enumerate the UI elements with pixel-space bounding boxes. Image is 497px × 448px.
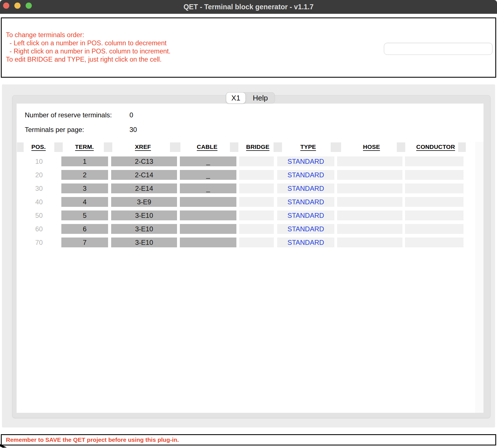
- cable-cell[interactable]: _: [180, 183, 236, 193]
- header-spacer: [331, 142, 341, 152]
- header-spacer: [230, 142, 238, 152]
- xref-cell[interactable]: 2-C13: [111, 156, 177, 166]
- table-row: 60 6 3-E10 STANDARD: [17, 224, 470, 234]
- hose-cell[interactable]: [337, 224, 402, 234]
- table-row: 10 1 2-C13 _ STANDARD: [17, 156, 470, 166]
- instructions-box: To change terminals order: - Left click …: [1, 17, 496, 78]
- hose-cell[interactable]: [337, 210, 402, 220]
- table-row: 40 4 3-E9 STANDARD: [17, 197, 470, 207]
- terminals-table: POS. TERM. XREF CABLE BRIDGE TYPE HOSE C…: [17, 142, 470, 251]
- hose-cell[interactable]: [337, 238, 402, 247]
- type-cell[interactable]: STANDARD: [277, 183, 334, 193]
- term-cell[interactable]: 4: [61, 197, 108, 207]
- column-header-bridge: BRIDGE: [246, 144, 270, 150]
- hose-cell[interactable]: [337, 197, 402, 207]
- column-header-xref: XREF: [135, 144, 151, 150]
- conductor-cell[interactable]: [405, 238, 464, 247]
- window-title: QET - Terminal block generator - v1.1.7: [0, 0, 497, 14]
- bridge-cell[interactable]: [239, 156, 274, 166]
- cable-cell[interactable]: [180, 210, 236, 220]
- cable-cell[interactable]: _: [180, 170, 236, 180]
- instruction-line: - Right click on a number in POS. column…: [6, 47, 171, 55]
- xref-cell[interactable]: 3-E10: [111, 210, 177, 220]
- tab-x1[interactable]: X1: [226, 92, 246, 104]
- column-header-cable: CABLE: [197, 144, 217, 150]
- xref-cell[interactable]: 2-E14: [111, 183, 177, 193]
- instruction-line: To change terminals order:: [6, 31, 171, 39]
- table-header-row: POS. TERM. XREF CABLE BRIDGE TYPE HOSE C…: [17, 142, 470, 152]
- instruction-line: To edit BRIDGE and TYPE, just right clic…: [6, 55, 171, 64]
- type-cell[interactable]: STANDARD: [277, 170, 334, 180]
- tab-content: Number of reserve terminals: 0 Terminals…: [17, 104, 483, 413]
- terminals-per-page-label: Terminals per page:: [25, 126, 84, 134]
- xref-cell[interactable]: 3-E9: [111, 197, 177, 207]
- app-window: QET - Terminal block generator - v1.1.7 …: [0, 0, 497, 448]
- title-bar: QET - Terminal block generator - v1.1.7: [0, 0, 497, 14]
- xref-cell[interactable]: 3-E10: [111, 224, 177, 234]
- conductor-cell[interactable]: [405, 170, 464, 180]
- hose-cell[interactable]: [337, 156, 402, 166]
- type-cell[interactable]: STANDARD: [277, 238, 334, 247]
- bridge-cell[interactable]: [239, 210, 274, 220]
- header-spacer: [397, 142, 405, 152]
- header-spacer: [17, 142, 24, 152]
- scrollbar-gutter: [475, 142, 483, 413]
- terminals-per-page-value: 30: [129, 126, 137, 134]
- mouse-cursor-icon: [0, 443, 8, 448]
- instructions-text: To change terminals order: - Left click …: [6, 31, 171, 64]
- cable-cell[interactable]: [180, 238, 236, 247]
- footer-reminder-box: Remember to SAVE the QET project before …: [1, 434, 496, 445]
- pos-cell[interactable]: 20: [24, 170, 54, 180]
- term-cell[interactable]: 1: [61, 156, 108, 166]
- xref-cell[interactable]: 2-C14: [111, 170, 177, 180]
- term-cell[interactable]: 7: [61, 238, 108, 247]
- xref-cell[interactable]: 3-E10: [111, 238, 177, 247]
- conductor-cell[interactable]: [405, 197, 464, 207]
- column-header-conductor: CONDUCTOR: [416, 144, 455, 150]
- header-spacer: [274, 142, 282, 152]
- pos-cell[interactable]: 60: [24, 224, 54, 234]
- conductor-cell[interactable]: [405, 224, 464, 234]
- bridge-cell[interactable]: [239, 197, 274, 207]
- conductor-cell[interactable]: [405, 156, 464, 166]
- hose-cell[interactable]: [337, 170, 402, 180]
- table-row: 50 5 3-E10 STANDARD: [17, 210, 470, 220]
- bridge-cell[interactable]: [239, 224, 274, 234]
- term-cell[interactable]: 6: [61, 224, 108, 234]
- type-cell[interactable]: STANDARD: [277, 156, 334, 166]
- cable-cell[interactable]: [180, 224, 236, 234]
- reserve-terminals-label: Number of reserve terminals:: [25, 111, 112, 119]
- bridge-cell[interactable]: [239, 183, 274, 193]
- header-spacer: [104, 142, 112, 152]
- instruction-line: - Left click on a number in POS. column …: [6, 39, 171, 47]
- pos-cell[interactable]: 50: [24, 210, 54, 220]
- column-header-term: TERM.: [75, 144, 94, 150]
- bridge-cell[interactable]: [239, 170, 274, 180]
- type-cell[interactable]: STANDARD: [277, 224, 334, 234]
- footer-reminder-text: Remember to SAVE the QET project before …: [2, 436, 179, 443]
- notice-input[interactable]: [384, 43, 492, 55]
- table-row: 30 3 2-E14 _ STANDARD: [17, 183, 470, 193]
- column-header-pos: POS.: [32, 144, 46, 150]
- main-panel: X1 Help Number of reserve terminals: 0 T…: [2, 84, 495, 427]
- bridge-cell[interactable]: [239, 238, 274, 247]
- type-cell[interactable]: STANDARD: [277, 197, 334, 207]
- conductor-cell[interactable]: [405, 183, 464, 193]
- cable-cell[interactable]: [180, 197, 236, 207]
- pos-cell[interactable]: 10: [24, 156, 54, 166]
- tab-bar: X1 Help: [226, 92, 275, 104]
- header-spacer: [170, 142, 180, 152]
- tab-help[interactable]: Help: [246, 92, 275, 104]
- term-cell[interactable]: 5: [61, 210, 108, 220]
- pos-cell[interactable]: 70: [24, 238, 54, 247]
- pos-cell[interactable]: 40: [24, 197, 54, 207]
- hose-cell[interactable]: [337, 183, 402, 193]
- term-cell[interactable]: 2: [61, 170, 108, 180]
- cable-cell[interactable]: _: [180, 156, 236, 166]
- table-row: 70 7 3-E10 STANDARD: [17, 238, 470, 247]
- reserve-terminals-value: 0: [129, 111, 133, 119]
- pos-cell[interactable]: 30: [24, 183, 54, 193]
- term-cell[interactable]: 3: [61, 183, 108, 193]
- conductor-cell[interactable]: [405, 210, 464, 220]
- type-cell[interactable]: STANDARD: [277, 210, 334, 220]
